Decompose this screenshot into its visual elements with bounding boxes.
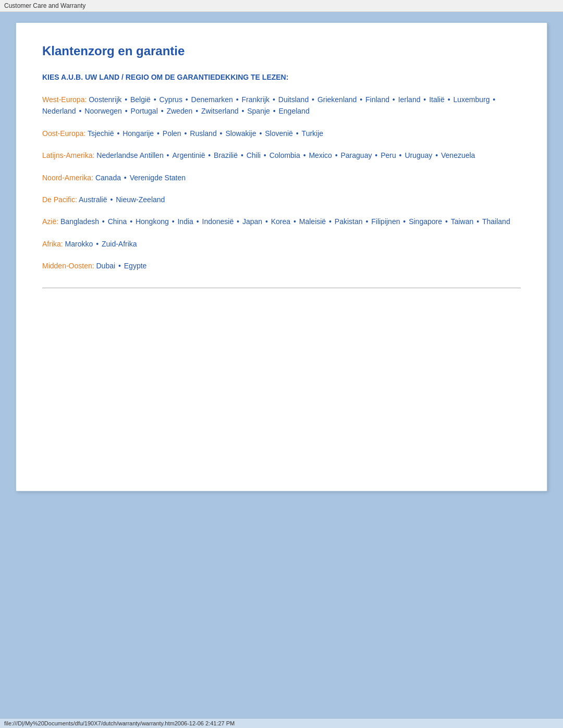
link-hongarije[interactable]: Hongarije xyxy=(123,129,154,138)
link-rusland[interactable]: Rusland xyxy=(190,129,216,138)
link-polen[interactable]: Polen xyxy=(163,129,181,138)
region-links-afrika: Marokko • Zuid-Afrika xyxy=(65,240,137,248)
region-links-oost-europa: Tsjechië • Hongarije • Polen • Rusland •… xyxy=(88,129,323,138)
dot-separator: • xyxy=(193,107,200,115)
link-itali[interactable]: Italië xyxy=(429,95,445,104)
dot-separator: • xyxy=(401,217,408,226)
region-midden-oosten: Midden-Oosten: Dubai • Egypte xyxy=(42,260,521,272)
dot-separator: • xyxy=(218,129,225,138)
dot-separator: • xyxy=(183,95,190,104)
dot-separator: • xyxy=(123,95,129,104)
link-thailand[interactable]: Thailand xyxy=(482,217,510,226)
link-tsjechi[interactable]: Tsjechië xyxy=(88,129,114,138)
dot-separator: • xyxy=(108,195,115,204)
link-brazili[interactable]: Brazilië xyxy=(214,151,238,159)
link-noorwegen[interactable]: Noorwegen xyxy=(84,107,122,115)
status-bar-text: file:///D|/My%20Documents/dfu/190X7/dutc… xyxy=(4,720,235,726)
link-uruguay[interactable]: Uruguay xyxy=(405,151,432,159)
link-portugal[interactable]: Portugal xyxy=(131,107,158,115)
region-azie: Azië: Bangladesh • China • Hongkong • In… xyxy=(42,216,521,227)
link-zweden[interactable]: Zweden xyxy=(166,107,192,115)
link-indonesi[interactable]: Indonesië xyxy=(202,217,234,226)
page-subtitle: KIES A.U.B. UW LAND / REGIO OM DE GARANT… xyxy=(42,73,521,81)
dot-separator: • xyxy=(433,151,440,159)
link-frankrijk[interactable]: Frankrijk xyxy=(241,95,270,104)
dot-separator: • xyxy=(271,95,277,104)
link-duitsland[interactable]: Duitsland xyxy=(278,95,309,104)
browser-content: Klantenzorg en garantie KIES A.U.B. UW L… xyxy=(0,12,563,718)
region-west-europa: West-Europa: Oostenrijk • België • Cypru… xyxy=(42,94,521,117)
dot-separator: • xyxy=(327,217,334,226)
link-zuid-afrika[interactable]: Zuid-Afrika xyxy=(102,240,137,248)
link-engeland[interactable]: Engeland xyxy=(279,107,310,115)
region-label-noord-amerika: Noord-Amerika: xyxy=(42,174,95,182)
dot-separator: • xyxy=(291,217,298,226)
link-nieuw-zeeland[interactable]: Nieuw-Zeeland xyxy=(116,195,165,204)
link-sloveni[interactable]: Slovenië xyxy=(265,129,293,138)
dot-separator: • xyxy=(165,151,172,159)
link-spanje[interactable]: Spanje xyxy=(247,107,270,115)
link-peru[interactable]: Peru xyxy=(381,151,396,159)
dot-separator: • xyxy=(474,217,481,226)
link-hongkong[interactable]: Hongkong xyxy=(136,217,169,226)
link-zwitserland[interactable]: Zwitserland xyxy=(201,107,239,115)
dot-separator: • xyxy=(194,217,201,226)
dot-separator: • xyxy=(170,217,177,226)
region-label-midden-oosten: Midden-Oosten: xyxy=(42,262,96,270)
link-belgi[interactable]: België xyxy=(130,95,151,104)
link-cyprus[interactable]: Cyprus xyxy=(160,95,182,104)
link-argentini[interactable]: Argentinië xyxy=(172,151,205,159)
link-paraguay[interactable]: Paraguay xyxy=(341,151,372,159)
link-japan[interactable]: Japan xyxy=(242,217,262,226)
link-filipijnen[interactable]: Filipijnen xyxy=(371,217,400,226)
link-pakistan[interactable]: Pakistan xyxy=(335,217,363,226)
link-oostenrijk[interactable]: Oostenrijk xyxy=(89,95,121,104)
section-separator xyxy=(42,288,521,288)
link-verenigde-staten[interactable]: Verenigde Staten xyxy=(130,174,186,182)
link-venezuela[interactable]: Venezuela xyxy=(441,151,475,159)
link-nederlandse-antillen[interactable]: Nederlandse Antillen xyxy=(96,151,163,159)
link-marokko[interactable]: Marokko xyxy=(65,240,93,248)
link-mexico[interactable]: Mexico xyxy=(309,151,332,159)
link-turkije[interactable]: Turkije xyxy=(302,129,324,138)
dot-separator: • xyxy=(271,107,278,115)
dot-separator: • xyxy=(116,262,123,270)
page-card: Klantenzorg en garantie KIES A.U.B. UW L… xyxy=(16,22,547,491)
dot-separator: • xyxy=(262,151,268,159)
region-links-latijns-amerika: Nederlandse Antillen • Argentinië • Braz… xyxy=(96,151,475,159)
title-bar-text: Customer Care and Warranty xyxy=(4,2,85,9)
dot-separator: • xyxy=(100,217,107,226)
link-korea[interactable]: Korea xyxy=(271,217,290,226)
link-nederland[interactable]: Nederland xyxy=(42,107,76,115)
link-china[interactable]: China xyxy=(108,217,127,226)
region-links-noord-amerika: Canada • Verenigde Staten xyxy=(95,174,186,182)
region-label-de-pacific: De Pacific: xyxy=(42,195,79,204)
link-bangladesh[interactable]: Bangladesh xyxy=(60,217,99,226)
link-chili[interactable]: Chili xyxy=(247,151,261,159)
link-australi[interactable]: Australië xyxy=(79,195,107,204)
region-label-oost-europa: Oost-Europa: xyxy=(42,129,88,138)
link-taiwan[interactable]: Taiwan xyxy=(451,217,474,226)
link-griekenland[interactable]: Griekenland xyxy=(317,95,357,104)
dot-separator: • xyxy=(258,129,264,138)
region-latijns-amerika: Latijns-Amerika: Nederlandse Antillen • … xyxy=(42,150,521,161)
link-colombia[interactable]: Colombia xyxy=(270,151,300,159)
region-oost-europa: Oost-Europa: Tsjechië • Hongarije • Pole… xyxy=(42,128,521,139)
dot-separator: • xyxy=(446,95,452,104)
dot-separator: • xyxy=(123,107,130,115)
link-canada[interactable]: Canada xyxy=(95,174,121,182)
link-maleisi[interactable]: Maleisië xyxy=(299,217,326,226)
link-luxemburg[interactable]: Luxemburg xyxy=(453,95,489,104)
region-links-azie: Bangladesh • China • Hongkong • India • … xyxy=(60,217,510,226)
dot-separator: • xyxy=(263,217,270,226)
region-label-afrika: Afrika: xyxy=(42,240,65,248)
link-singapore[interactable]: Singapore xyxy=(409,217,442,226)
link-egypte[interactable]: Egypte xyxy=(124,262,147,270)
link-ierland[interactable]: Ierland xyxy=(398,95,421,104)
dot-separator: • xyxy=(235,217,241,226)
link-finland[interactable]: Finland xyxy=(365,95,389,104)
link-dubai[interactable]: Dubai xyxy=(96,262,116,270)
link-denemarken[interactable]: Denemarken xyxy=(191,95,233,104)
link-slowakije[interactable]: Slowakije xyxy=(225,129,256,138)
link-india[interactable]: India xyxy=(177,217,193,226)
